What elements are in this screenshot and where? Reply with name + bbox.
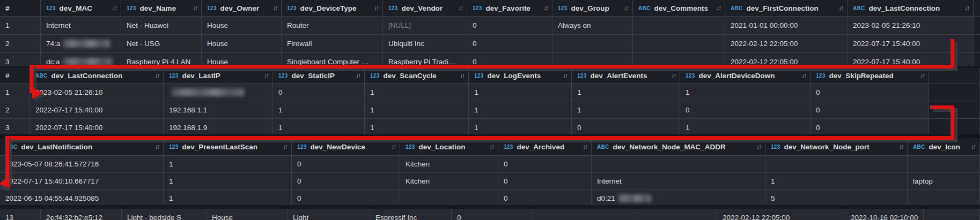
cell-dev_StaticIP: 1: [273, 119, 365, 134]
column-header-dev_Vendor[interactable]: 123dev_Vendor↓↑: [383, 0, 467, 16]
column-label: dev_LastConnection: [51, 72, 123, 80]
cell-value: 1: [370, 88, 374, 96]
cell-dev_PresentLastScan: 1: [164, 156, 292, 172]
column-header-dev_MAC[interactable]: 123dev_MAC↓↑: [41, 0, 121, 16]
cell: [929, 101, 980, 118]
cell-value: laptop: [913, 177, 933, 185]
cell: [929, 119, 980, 134]
column-header-dev_Location[interactable]: 123dev_Location↓↑: [400, 138, 498, 155]
sort-icon[interactable]: ↓↑: [454, 4, 462, 12]
cell-value: 2022-06-15 04:55:44.925085: [5, 194, 99, 202]
sort-icon[interactable]: ↓↑: [455, 72, 464, 79]
column-header-dev_Archived[interactable]: 123dev_Archived↓↑: [498, 138, 592, 155]
cell-dev_LastConnection: 2022-07-17 15:40:00: [30, 119, 164, 134]
column-label: dev_Favorite: [486, 4, 530, 12]
column-header-dev_StaticIP[interactable]: 123dev_StaticIP↓↑: [273, 68, 365, 83]
column-header-dev_Comments[interactable]: ABCdev_Comments↓↑: [633, 0, 725, 16]
number-field-type-icon: 123: [46, 5, 56, 11]
cell-dev_Favorite: 0: [467, 35, 552, 52]
cell-dev_AlertDeviceDown: 0: [680, 101, 810, 118]
cell-dev_Vendor: [NULL]: [383, 17, 467, 34]
column-header-dev_NewDevice[interactable]: 123dev_NewDevice↓↑: [292, 138, 400, 155]
column-header-dev_Network_Node_port[interactable]: 123dev_Network_Node_port↓↑: [765, 138, 908, 155]
sort-icon[interactable]: ↓↑: [960, 4, 969, 12]
column-header-dev_Network_Node_MAC_ADDR[interactable]: ABCdev_Network_Node_MAC_ADDR↓↑: [592, 138, 765, 155]
sort-icon[interactable]: ↓↑: [752, 143, 761, 150]
column-header-dev_ScanCycle[interactable]: 123dev_ScanCycle↓↑: [365, 68, 469, 83]
cell-value: 2023-02-05 21:26:10: [853, 21, 920, 29]
column-header-dev_SkipRepeated[interactable]: 123dev_SkipRepeated↓↑: [810, 68, 929, 83]
column-header-dev_LogEvents[interactable]: 123dev_LogEvents↓↑: [469, 68, 572, 83]
column-label: dev_Comments: [654, 4, 709, 12]
sort-icon[interactable]: ↓↑: [278, 143, 287, 150]
sort-icon[interactable]: ↓↑: [894, 143, 903, 150]
cell-dev_MAC: 74:a: [41, 35, 121, 52]
cell-value: 1: [474, 124, 478, 132]
column-header-dev_Icon[interactable]: ABCdev_Icon↓↑: [908, 138, 980, 155]
sort-icon[interactable]: ↓↑: [150, 72, 159, 79]
cell-dev_ScanCycle: 1: [365, 119, 469, 134]
cell-value: 1: [370, 124, 374, 132]
column-header-dev_Group[interactable]: 123dev_Group↓↑: [552, 0, 633, 16]
sort-icon[interactable]: ↓↑: [370, 4, 378, 12]
sort-icon[interactable]: ↓↑: [712, 4, 720, 12]
cell-value: 2022-07-17 15:40:00: [853, 40, 920, 48]
cell-dev_LastConnection: 2022-07-17 15:40:00: [30, 101, 164, 118]
column-label: dev_Network_Node_MAC_ADDR: [613, 143, 726, 151]
sort-icon[interactable]: ↓↑: [916, 72, 924, 79]
sort-icon[interactable]: ↓↑: [578, 143, 587, 150]
cell-value: House: [212, 214, 233, 220]
column-header-dev_AlertEvents[interactable]: 123dev_AlertEvents↓↑: [572, 68, 680, 83]
column-header-dev_Owner[interactable]: 123dev_Owner↓↑: [202, 0, 282, 16]
sort-icon[interactable]: ↓↑: [667, 72, 675, 79]
column-label: dev_LogEvents: [488, 72, 541, 80]
column-header-dev_FirstConnection[interactable]: ABCdev_FirstConnection↓↑: [725, 0, 848, 16]
column-header-dev_Favorite[interactable]: 123dev_Favorite↓↑: [467, 0, 552, 16]
cell-value: 13: [5, 214, 13, 220]
sort-icon[interactable]: ↓↑: [260, 72, 268, 79]
column-header-dev_LastNotification[interactable]: ABCdev_LastNotification↓↑: [0, 138, 164, 155]
cell-value: 0: [297, 160, 301, 168]
column-header-dev_AlertDeviceDown[interactable]: 123dev_AlertDeviceDown↓↑: [680, 68, 810, 83]
number-field-type-icon: 123: [278, 73, 288, 79]
cell-value: d0:21: [597, 194, 615, 202]
cell-dev_NewDevice: 0: [292, 190, 400, 205]
table-row: 1InternetNet - HuaweiHouseRouter[NULL]0A…: [0, 17, 980, 35]
column-header-dev_PresentLastScan[interactable]: 123dev_PresentLastScan↓↑: [164, 138, 292, 155]
sort-icon[interactable]: ↓↑: [485, 143, 493, 150]
cell-value: 0: [297, 177, 301, 185]
cell-dev_Location: Kitchen: [400, 156, 498, 172]
cell: Light - bedside S: [122, 209, 207, 220]
column-header-dev_LastConnection[interactable]: ABCdev_LastConnection↓↑: [30, 68, 164, 83]
cell-value: 0: [473, 40, 477, 48]
cell-dev_LastIP: 192.168.1.9: [164, 119, 273, 134]
cell-value: 1: [474, 106, 478, 114]
cell-value: 0: [297, 194, 301, 202]
column-label: dev_Network_Node_port: [784, 143, 870, 151]
cell-dev_PresentLastScan: 1: [164, 173, 292, 189]
sort-icon[interactable]: ↓↑: [558, 72, 567, 79]
sort-icon[interactable]: ↓↑: [351, 72, 360, 79]
sort-icon[interactable]: ↓↑: [620, 4, 628, 12]
cell-dev_AlertEvents: 1: [572, 101, 680, 118]
column-header-dev_LastIP[interactable]: 123dev_LastIP↓↑: [164, 68, 273, 83]
sort-icon[interactable]: ↓↑: [967, 143, 975, 150]
sort-icon[interactable]: ↓↑: [188, 4, 197, 12]
column-header-dev_Name[interactable]: 123dev_Name↓↑: [121, 0, 202, 16]
cell: 2e:f4:32:b2:e5:12: [41, 209, 122, 220]
sort-icon[interactable]: ↓↑: [834, 4, 843, 12]
sort-icon[interactable]: ↓↑: [268, 4, 277, 12]
number-field-type-icon: 123: [287, 5, 297, 11]
column-header-dev_DeviceType[interactable]: 123dev_DeviceType↓↑: [282, 0, 383, 16]
sort-icon[interactable]: ↓↑: [150, 143, 159, 150]
sort-icon[interactable]: ↓↑: [539, 4, 548, 12]
sort-icon[interactable]: ↓↑: [387, 143, 395, 150]
column-header-#: #: [0, 0, 41, 16]
header-row: ABCdev_LastNotification↓↑123dev_PresentL…: [0, 138, 980, 156]
sort-icon[interactable]: ↓↑: [797, 72, 806, 79]
cell-dev_Network_Node_port: [765, 156, 908, 172]
column-header-dev_LastConnection[interactable]: ABCdev_LastConnection↓↑: [848, 0, 974, 16]
cell-dev_AlertDeviceDown: 1: [680, 84, 810, 101]
cell-value: 2023-02-05 21:26:10: [35, 88, 102, 96]
sort-icon[interactable]: ↓↑: [108, 4, 116, 12]
